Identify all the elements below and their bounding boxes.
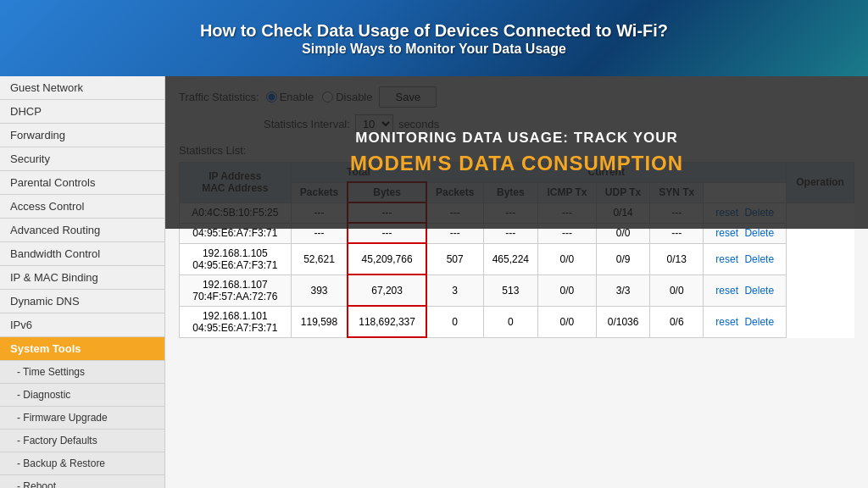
cell-cur-packets: 0 xyxy=(426,306,483,337)
sidebar-item-dynamic-dns[interactable]: Dynamic DNS xyxy=(0,290,164,313)
sidebar-item-reboot[interactable]: - Reboot xyxy=(0,475,164,488)
cell-total-packets: 393 xyxy=(291,274,348,306)
sidebar-item-time-settings[interactable]: - Time Settings xyxy=(0,361,164,384)
sidebar-item-factory-defaults[interactable]: - Factory Defaults xyxy=(0,430,164,452)
cell-ip: 192.168.1.10504:95:E6:A7:F3:71 xyxy=(180,243,292,274)
cell-operation: reset Delete xyxy=(704,274,787,306)
sidebar-item-system-tools[interactable]: System Tools xyxy=(0,337,164,361)
cell-total-packets: 119,598 xyxy=(291,306,348,337)
cell-icmp: 0/0 xyxy=(538,274,597,306)
reset-button[interactable]: reset xyxy=(714,253,740,265)
overlay-top-text: MONITORING DATA USAGE: TRACK YOUR xyxy=(355,130,678,147)
cell-syn: 0/6 xyxy=(650,306,704,337)
reset-button[interactable]: reset xyxy=(714,227,740,239)
table-row: 192.168.1.10504:95:E6:A7:F3:7152,62145,2… xyxy=(180,243,854,274)
header-title: How to Check Data Usage of Devices Conne… xyxy=(200,19,668,42)
table-row: 192.168.1.10104:95:E6:A7:F3:71119,598118… xyxy=(180,306,854,337)
cell-total-packets: 52,621 xyxy=(291,243,348,274)
cell-udp: 3/3 xyxy=(596,274,649,306)
cell-total-bytes: 45,209,766 xyxy=(348,243,426,274)
cell-icmp: 0/0 xyxy=(538,306,597,337)
cell-ip: 192.168.1.10770:4F:57:AA:72:76 xyxy=(180,274,292,306)
cell-syn: 0/0 xyxy=(650,274,704,306)
sidebar-item-bandwidth-control[interactable]: Bandwidth Control xyxy=(0,242,164,266)
sidebar-item-access-control[interactable]: Access Control xyxy=(0,195,164,219)
overlay-banner: MONITORING DATA USAGE: TRACK YOUR MODEM'… xyxy=(165,76,868,229)
header: How to Check Data Usage of Devices Conne… xyxy=(0,0,868,76)
cell-cur-bytes: 513 xyxy=(483,274,537,306)
cell-ip: 192.168.1.10104:95:E6:A7:F3:71 xyxy=(180,306,292,337)
cell-cur-bytes: 0 xyxy=(483,306,537,337)
sidebar-item-parental-controls[interactable]: Parental Controls xyxy=(0,171,164,195)
cell-udp: 0/9 xyxy=(596,243,649,274)
sidebar-item-ipv6[interactable]: IPv6 xyxy=(0,313,164,337)
sidebar-item-advanced-routing[interactable]: Advanced Routing xyxy=(0,219,164,242)
sidebar-item-security[interactable]: Security xyxy=(0,147,164,171)
cell-syn: 0/13 xyxy=(650,243,704,274)
cell-udp: 0/1036 xyxy=(596,306,649,337)
sidebar-item-guest-network[interactable]: Guest Network xyxy=(0,76,164,100)
delete-button[interactable]: Delete xyxy=(743,316,776,328)
sidebar-item-diagnostic[interactable]: - Diagnostic xyxy=(0,384,164,407)
cell-icmp: 0/0 xyxy=(538,243,597,274)
cell-total-bytes: 118,692,337 xyxy=(348,306,426,337)
sidebar-item-firmware-upgrade[interactable]: - Firmware Upgrade xyxy=(0,407,164,430)
sidebar-item-dhcp[interactable]: DHCP xyxy=(0,100,164,124)
header-subtitle: Simple Ways to Monitor Your Data Usage xyxy=(302,42,566,57)
reset-button[interactable]: reset xyxy=(714,316,740,328)
cell-operation: reset Delete xyxy=(704,243,787,274)
cell-cur-packets: 3 xyxy=(426,274,483,306)
sidebar-item-forwarding[interactable]: Forwarding xyxy=(0,124,164,147)
cell-cur-bytes: 465,224 xyxy=(483,243,537,274)
reset-button[interactable]: reset xyxy=(714,285,740,297)
cell-cur-packets: 507 xyxy=(426,243,483,274)
delete-button[interactable]: Delete xyxy=(743,285,776,297)
delete-button[interactable]: Delete xyxy=(743,253,776,265)
delete-button[interactable]: Delete xyxy=(743,227,776,239)
sidebar-item-ip-mac-binding[interactable]: IP & MAC Binding xyxy=(0,266,164,290)
overlay-bottom-text: MODEM'S DATA CONSUMPTION xyxy=(350,152,683,175)
cell-total-bytes: 67,203 xyxy=(348,274,426,306)
sidebar: Guest NetworkDHCPForwardingSecurityParen… xyxy=(0,76,165,488)
table-row: 192.168.1.10770:4F:57:AA:72:7639367,2033… xyxy=(180,274,854,306)
sidebar-item-backup-restore[interactable]: - Backup & Restore xyxy=(0,452,164,475)
cell-operation: reset Delete xyxy=(704,306,787,337)
